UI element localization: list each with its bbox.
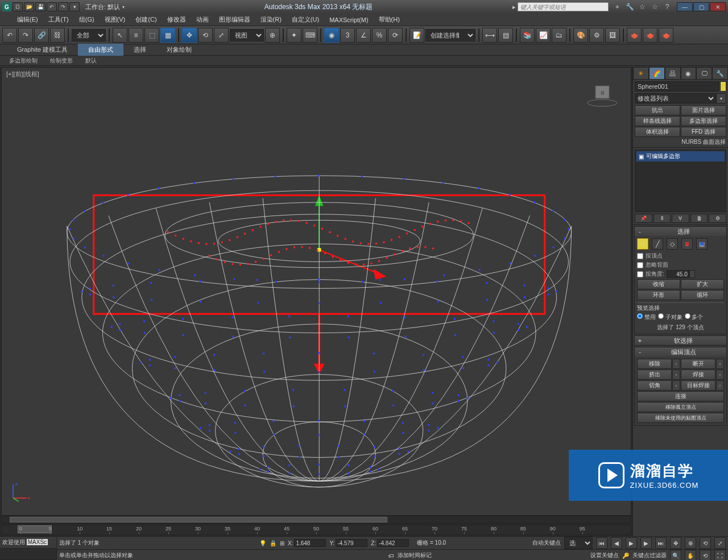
render-frame-button[interactable]: 🖼 [605, 28, 620, 43]
shrink-button[interactable]: 收缩 [637, 279, 680, 289]
preview-off-radio[interactable]: 禁用 [637, 313, 656, 321]
goto-start-icon[interactable]: ⏮ [596, 537, 607, 549]
menu-tools[interactable]: 工具(T) [48, 15, 69, 24]
by-angle-checkbox[interactable] [637, 271, 643, 277]
show-end-icon[interactable]: Ⅱ [653, 214, 671, 223]
key-target-select[interactable]: 选定对 [564, 537, 593, 549]
subobj-edge-button[interactable]: ╱ [652, 238, 663, 250]
pivot-button[interactable]: ⊕ [265, 28, 280, 43]
manipulate-button[interactable]: ✦ [287, 28, 301, 43]
subobj-polygon-button[interactable]: ■ [681, 238, 693, 250]
layers-button[interactable]: 📚 [520, 28, 535, 43]
configure-icon[interactable]: ⚙ [709, 214, 726, 223]
ring-button[interactable]: 环形 [637, 290, 680, 300]
rollout-header-softsel[interactable]: +软选择 [635, 336, 726, 345]
viewport-scrollbar[interactable]: 0 / 100 [1, 516, 631, 524]
ignore-backfacing-checkbox[interactable]: 忽略背面 [637, 261, 724, 269]
modifier-stack[interactable]: ▣ 可编辑多边形 [635, 150, 726, 212]
add-time-tag[interactable]: 添加时间标记 [398, 551, 432, 559]
mirror-button[interactable]: ⟷ [482, 28, 497, 43]
open-icon[interactable]: 📂 [24, 2, 34, 11]
weld-button[interactable]: 焊接 [681, 370, 715, 380]
cmd-tab-modify[interactable]: 🌈 [649, 67, 665, 80]
ribbon-tab-graphite[interactable]: Graphite 建模工具 [7, 44, 78, 56]
ribbon-tab-selection[interactable]: 选择 [123, 44, 156, 56]
nav-6-icon[interactable]: ✋ [685, 550, 696, 560]
menu-views[interactable]: 视图(V) [105, 15, 126, 24]
new-icon[interactable]: 🗋 [13, 2, 23, 11]
remove-button[interactable]: 移除 [637, 359, 672, 369]
preview-subobj-radio[interactable]: 子对象 [658, 313, 682, 321]
schematic-button[interactable]: 🗂 [552, 28, 566, 43]
rect-select-button[interactable]: ⬚ [144, 28, 159, 43]
cmd-tab-utilities[interactable]: 🔧 [712, 67, 728, 80]
time-tag-icon[interactable]: 🏷 [388, 553, 394, 559]
nav-7-icon[interactable]: ⟲ [700, 550, 711, 560]
workspace-label[interactable]: 工作台: 默认 [85, 3, 120, 11]
quickrender-button[interactable]: 🫖 [643, 28, 657, 43]
unique-icon[interactable]: ∀ [672, 214, 689, 223]
nav-1-icon[interactable]: ✥ [670, 537, 681, 549]
render-button[interactable]: 🫖 [627, 28, 642, 43]
app-icon[interactable]: G [2, 2, 11, 11]
subobj-element-button[interactable]: ▣ [696, 238, 708, 250]
subobj-vertex-button[interactable]: ⠿ [637, 238, 648, 250]
menu-group[interactable]: 组(G) [79, 15, 94, 24]
link-button[interactable]: 🔗 [34, 28, 49, 43]
named-selection-set[interactable]: 创建选择集 [425, 29, 475, 42]
time-slider-handle[interactable] [18, 525, 52, 533]
prev-frame-icon[interactable]: ◀ [611, 537, 622, 549]
ribbon-tab-paint[interactable]: 对象绘制 [156, 44, 202, 56]
key-icon[interactable]: 🔑 [622, 553, 629, 559]
mod-btn-meshsel[interactable]: 面片选择 [681, 105, 726, 115]
tool-icon[interactable]: 🔧 [624, 2, 635, 11]
break-button[interactable]: 断开 [681, 359, 715, 369]
z-coord-input[interactable] [377, 539, 409, 547]
viewport-label[interactable]: [+][前][线框] [6, 70, 39, 78]
percent-snap-button[interactable]: % [372, 28, 387, 43]
unlink-button[interactable]: ⛓ [50, 28, 65, 43]
by-vertex-checkbox[interactable]: 按顶点 [637, 252, 724, 260]
spinner-snap-button[interactable]: ⟳ [388, 28, 403, 43]
mod-btn-ffdsel[interactable]: FFD 选择 [681, 127, 726, 137]
menu-edit[interactable]: 编辑(E) [17, 15, 38, 24]
selection-filter[interactable]: 全部 [72, 29, 106, 42]
loop-button[interactable]: 循环 [681, 290, 724, 300]
mod-btn-volsel[interactable]: 体积选择 [635, 127, 680, 137]
close-button[interactable]: ✕ [710, 2, 726, 11]
minimize-button[interactable]: — [677, 2, 693, 11]
angle-input[interactable] [667, 270, 689, 278]
isolate-icon[interactable]: ⊞ [280, 540, 284, 546]
grow-button[interactable]: 扩大 [681, 279, 724, 289]
nurbs-label[interactable]: NURBS 曲面选择 [633, 137, 728, 148]
scale-button[interactable]: ⤢ [214, 28, 229, 43]
align-button[interactable]: ▤ [498, 28, 513, 43]
remove-iso-button[interactable]: 移除孤立顶点 [637, 402, 724, 412]
target-weld-button[interactable]: 目标焊接 [681, 380, 715, 391]
rollout-header-selection[interactable]: -选择 [635, 227, 726, 236]
help-icon[interactable]: ? [662, 2, 672, 11]
nav-4-icon[interactable]: ⤢ [714, 537, 726, 549]
ribbon-tab-freeform[interactable]: 自由形式 [78, 44, 123, 56]
keyboard-button[interactable]: ⌨ [303, 28, 317, 43]
menu-create[interactable]: 创建(C) [135, 15, 156, 24]
menu-modifiers[interactable]: 修改器 [167, 15, 186, 24]
steering-wheel-icon[interactable]: ⌖ [612, 2, 622, 11]
render-prod-button[interactable]: 🫖 [659, 28, 673, 43]
star-icon[interactable]: ☆ [637, 2, 647, 11]
redo-button[interactable]: ↷ [18, 28, 33, 43]
x-coord-input[interactable] [294, 539, 326, 547]
redo-icon[interactable]: ↷ [58, 2, 68, 11]
rollout-header-editverts[interactable]: -编辑顶点 [635, 347, 726, 356]
y-coord-input[interactable] [336, 539, 367, 547]
dropdown-icon[interactable]: ▾ [69, 2, 80, 11]
rotate-button[interactable]: ⟲ [198, 28, 213, 43]
curve-editor-button[interactable]: 📈 [536, 28, 551, 43]
extrude-button[interactable]: 挤出 [637, 370, 672, 380]
mod-btn-extrude[interactable]: 抗出 [635, 105, 680, 115]
cmd-tab-create[interactable]: ✳ [633, 67, 649, 80]
play-icon[interactable]: ▶ [626, 537, 637, 549]
stack-item-editpoly[interactable]: ▣ 可编辑多边形 [636, 151, 725, 161]
nav-3-icon[interactable]: ⟲ [700, 537, 711, 549]
lock-icon[interactable]: 💡 [259, 540, 266, 546]
